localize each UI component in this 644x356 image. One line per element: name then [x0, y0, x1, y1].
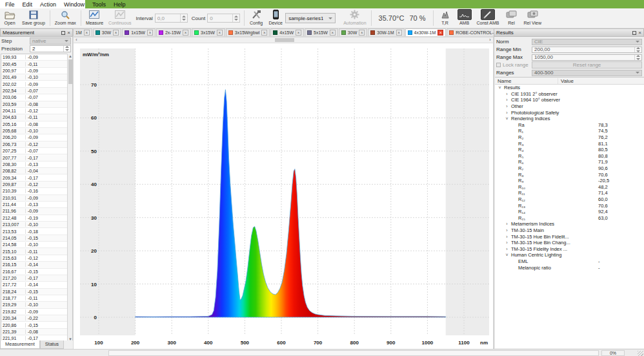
- close-icon[interactable]: ×: [84, 30, 90, 36]
- close-icon[interactable]: ×: [396, 30, 402, 36]
- series-tab[interactable]: 30W-1M×: [368, 28, 404, 36]
- table-row[interactable]: 211,44-0,13: [1, 202, 67, 208]
- tree-row[interactable]: EML-: [495, 258, 644, 265]
- value-column-header[interactable]: Value: [558, 78, 574, 84]
- table-row[interactable]: 208,82-0,04: [1, 168, 67, 174]
- tree-row[interactable]: R₉-20,5: [495, 178, 644, 184]
- tree-row[interactable]: R₁₄92,4: [495, 209, 644, 215]
- table-row[interactable]: 202,02-0,09: [1, 81, 67, 87]
- series-tab[interactable]: 1M×: [73, 28, 92, 36]
- close-icon[interactable]: ×: [217, 30, 223, 36]
- ranges-select[interactable]: 400-500: [532, 70, 642, 76]
- table-row[interactable]: 218,24-0,15: [1, 289, 67, 295]
- tree-row[interactable]: ›CIE 1964 10° observer: [495, 97, 644, 103]
- series-tab[interactable]: 4x30W-1M×: [405, 28, 447, 36]
- table-row[interactable]: 202,54-0,07: [1, 88, 67, 94]
- close-icon[interactable]: ×: [296, 30, 301, 36]
- series-tab[interactable]: 4x15W×: [270, 28, 304, 36]
- series-tab[interactable]: 5x15W×: [305, 28, 338, 36]
- tree-row[interactable]: ˅Results: [495, 85, 644, 91]
- table-row[interactable]: 214,58-0,10: [1, 242, 67, 248]
- series-tab[interactable]: 30W×: [339, 28, 367, 36]
- tree-row[interactable]: R₁₀48,2: [495, 184, 644, 191]
- close-icon[interactable]: ×: [261, 30, 267, 36]
- table-row[interactable]: 210,39-0,16: [1, 188, 67, 194]
- table-row[interactable]: 217,20-0,17: [1, 275, 67, 282]
- table-row[interactable]: 212,48-0,19: [1, 215, 67, 222]
- automation-button[interactable]: Automation: [341, 8, 368, 28]
- series-tab[interactable]: 2x-15W×: [156, 28, 191, 36]
- tab-measurement[interactable]: Measurement: [0, 340, 40, 349]
- tree-row[interactable]: R₁74,5: [495, 128, 644, 134]
- series-tab[interactable]: 30W×: [93, 28, 121, 36]
- rel-view-button[interactable]: Rel View: [521, 8, 545, 28]
- table-row[interactable]: 216,15-0,14: [1, 262, 67, 268]
- tree-row[interactable]: R₂76,2: [495, 134, 644, 141]
- range-min-spinbox[interactable]: 200,00: [532, 47, 642, 53]
- table-row[interactable]: 211,96-0,09: [1, 208, 67, 215]
- table-row[interactable]: 207,77-0,17: [1, 154, 67, 161]
- tree-row[interactable]: Melanopic ratio-: [495, 264, 644, 271]
- range-min-spin-arrows[interactable]: [634, 47, 641, 52]
- menu-item-action[interactable]: Action: [36, 1, 60, 8]
- zoom-max-button[interactable]: Zoom max: [52, 8, 79, 28]
- lock-range-checkbox[interactable]: [496, 63, 501, 67]
- table-row[interactable]: 203,06-0,07: [1, 94, 67, 101]
- table-row[interactable]: 219,29-0,10: [1, 302, 67, 308]
- table-row[interactable]: 217,72-0,14: [1, 282, 67, 288]
- tree-row[interactable]: ›TM-30-15 Hue Bin Chang...: [495, 240, 644, 246]
- expand-icon[interactable]: ›: [505, 235, 509, 239]
- table-row[interactable]: 201,49-0,10: [1, 74, 67, 81]
- tree-row[interactable]: R₇90,6: [495, 165, 644, 172]
- step-select[interactable]: native: [30, 37, 71, 45]
- norm-select[interactable]: CIE: [532, 39, 642, 45]
- float-panel-icon[interactable]: [632, 31, 636, 35]
- measurement-table-scrollbar[interactable]: ▲ ▼: [67, 54, 72, 342]
- tree-row[interactable]: R₅80,8: [495, 153, 644, 160]
- table-row[interactable]: 206,73-0,12: [1, 141, 67, 148]
- float-panel-icon[interactable]: [61, 31, 65, 35]
- table-row[interactable]: 210,91-0,09: [1, 195, 67, 202]
- series-tab[interactable]: ROBE-CONTROL-236-×: [447, 28, 494, 36]
- table-row[interactable]: 209,34-0,17: [1, 174, 67, 181]
- continuous-button[interactable]: Continuous: [106, 8, 134, 28]
- table-row[interactable]: 203,59-0,08: [1, 101, 67, 108]
- collapse-icon[interactable]: ˅: [505, 116, 509, 121]
- expand-icon[interactable]: ›: [505, 247, 509, 251]
- table-row[interactable]: 220,86-0,15: [1, 322, 67, 328]
- tree-row[interactable]: R₁₂60,0: [495, 196, 644, 203]
- expand-icon[interactable]: ›: [505, 98, 509, 102]
- table-row[interactable]: 213,007-0,10: [1, 222, 67, 228]
- tree-row[interactable]: ›Photobiological Safety: [495, 109, 644, 116]
- table-row[interactable]: 213,53-0,18: [1, 228, 67, 235]
- table-row[interactable]: 219,82-0,09: [1, 309, 67, 315]
- close-icon[interactable]: ×: [113, 30, 119, 36]
- save-group-button[interactable]: Save group: [19, 8, 48, 28]
- table-row[interactable]: 216,67-0,15: [1, 269, 67, 275]
- rel-button[interactable]: Rel: [502, 8, 521, 28]
- table-row[interactable]: 220,34-0,22: [1, 315, 67, 322]
- precision-spin-arrows[interactable]: [63, 46, 70, 52]
- scroll-left-icon[interactable]: ‹: [74, 37, 79, 43]
- close-icon[interactable]: ×: [147, 30, 153, 36]
- expand-icon[interactable]: ›: [505, 104, 509, 109]
- tree-row[interactable]: ›Metamerism Indices: [495, 221, 644, 227]
- count-spin-arrows[interactable]: [232, 14, 239, 22]
- table-row[interactable]: 205,68-0,10: [1, 128, 67, 134]
- table-row[interactable]: 214,05-0,15: [1, 235, 67, 242]
- table-row[interactable]: 204,63-0,11: [1, 114, 67, 121]
- tree-row[interactable]: ˅Human Centric Lighting: [495, 252, 644, 258]
- expand-icon[interactable]: ›: [505, 240, 509, 245]
- tree-row[interactable]: Ra78,3: [495, 122, 644, 129]
- interval-spinbox[interactable]: 0,0: [155, 14, 188, 23]
- reset-range-button[interactable]: Reset range: [532, 61, 642, 68]
- scroll-right-icon[interactable]: ›: [487, 37, 493, 43]
- table-row[interactable]: 200,97-0,09: [1, 68, 67, 74]
- close-icon[interactable]: ×: [183, 30, 188, 36]
- tree-row[interactable]: ˅Rendering Indices: [495, 116, 644, 122]
- table-row[interactable]: 221,39-0,08: [1, 329, 67, 335]
- close-panel-icon[interactable]: ×: [638, 31, 641, 35]
- tree-row[interactable]: R₆71,9: [495, 159, 644, 165]
- tr-button[interactable]: T,R: [436, 8, 455, 28]
- table-row[interactable]: 200,45-0,11: [1, 61, 67, 67]
